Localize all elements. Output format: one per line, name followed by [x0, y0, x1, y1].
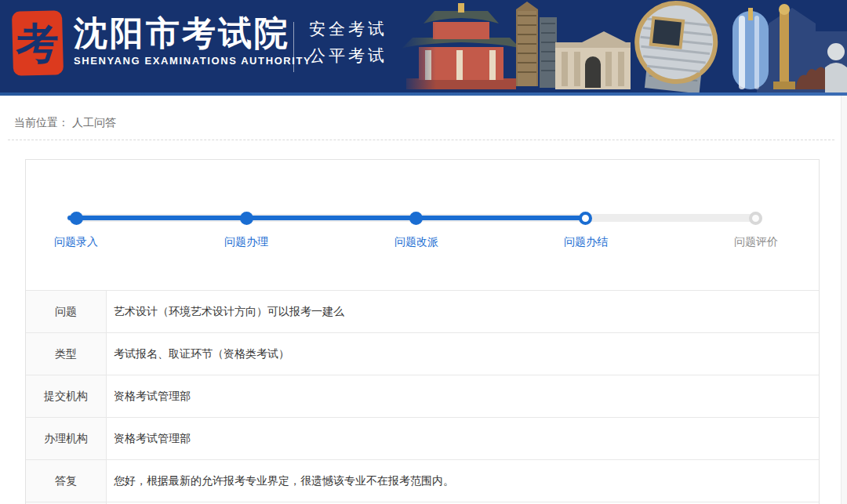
qa-table: 问题 艺术设计（环境艺术设计方向）可以报考一建么 类型 考试报名、取证环节（资格…	[26, 290, 819, 504]
row-value: 您好，根据最新的允许报考专业界定，很遗憾该专业不在报考范围内。	[107, 460, 819, 502]
step-label: 问题办结	[531, 235, 641, 249]
step-dot-done	[409, 212, 423, 225]
breadcrumb-prefix: 当前位置：	[14, 116, 69, 129]
row-value: 资格考试管理部	[107, 418, 819, 459]
row-label: 类型	[26, 333, 107, 375]
qa-detail-panel: 问题录入 问题办理 问题改派 问题办结 问题评价 问题 艺术设计（环境艺术设计方…	[25, 159, 820, 504]
site-logo seal-icon[interactable]: 考	[12, 10, 64, 76]
seal-character: 考	[16, 22, 59, 64]
table-row-handle-org: 办理机构 资格考试管理部	[26, 417, 819, 459]
bust-statue	[825, 43, 847, 92]
progress-stepper: 问题录入 问题办理 问题改派 问题办结 问题评价	[26, 160, 819, 290]
table-row-type: 类型 考试报名、取证环节（资格类考试）	[26, 332, 819, 375]
slogan-line-2: 公平考试	[309, 42, 387, 69]
site-title: 沈阳市考试院	[74, 16, 311, 51]
site-title-block[interactable]: 沈阳市考试院 SHENYANG EXAMINATIONS AUTHORITY	[74, 16, 311, 67]
row-label: 问题	[26, 291, 107, 332]
step-label: 问题录入	[21, 235, 131, 249]
table-row-reply: 答复 您好，根据最新的允许报考专业界定，很遗憾该专业不在报考范围内。	[26, 459, 819, 502]
breadcrumb-current[interactable]: 人工问答	[72, 116, 116, 129]
step-label: 问题评价	[701, 235, 811, 249]
row-label: 答复	[26, 460, 107, 502]
step-dot-done	[70, 212, 83, 225]
row-value: 艺术设计（环境艺术设计方向）可以报考一建么	[107, 291, 819, 332]
header-divider	[293, 22, 294, 72]
row-value: 考试报名、取证环节（资格类考试）	[107, 333, 819, 375]
row-value: 资格考试管理部	[107, 375, 819, 417]
step-label: 问题办理	[191, 235, 301, 249]
row-label: 提交机构	[26, 375, 107, 417]
city-landmarks-illustration	[400, 0, 847, 92]
site-subtitle: SHENYANG EXAMINATIONS AUTHORITY	[74, 55, 311, 67]
classical-building	[555, 31, 631, 89]
site-slogan: 安全考试 公平考试	[309, 16, 387, 69]
site-header: 考 沈阳市考试院 SHENYANG EXAMINATIONS AUTHORITY…	[0, 0, 847, 96]
row-label: 办理机构	[26, 418, 107, 459]
table-row-submit-org: 提交机构 资格考试管理部	[26, 375, 819, 417]
table-row-question: 问题 艺术设计（环境艺术设计方向）可以报考一建么	[26, 290, 819, 332]
stepper-progress-bar	[67, 216, 586, 220]
dashed-separator	[8, 140, 834, 140]
coin-building	[632, 0, 719, 92]
breadcrumb: 当前位置： 人工问答	[14, 116, 116, 130]
slogan-line-1: 安全考试	[309, 16, 387, 42]
step-dot-current	[579, 212, 592, 225]
skyscrapers	[516, 2, 557, 88]
vertical-scrollbar[interactable]	[841, 96, 847, 504]
step-dot-pending	[749, 212, 762, 225]
step-dot-done	[240, 212, 253, 225]
header-bottom-strip	[0, 92, 847, 96]
step-label: 问题改派	[362, 235, 471, 249]
glass-tower	[732, 8, 769, 89]
